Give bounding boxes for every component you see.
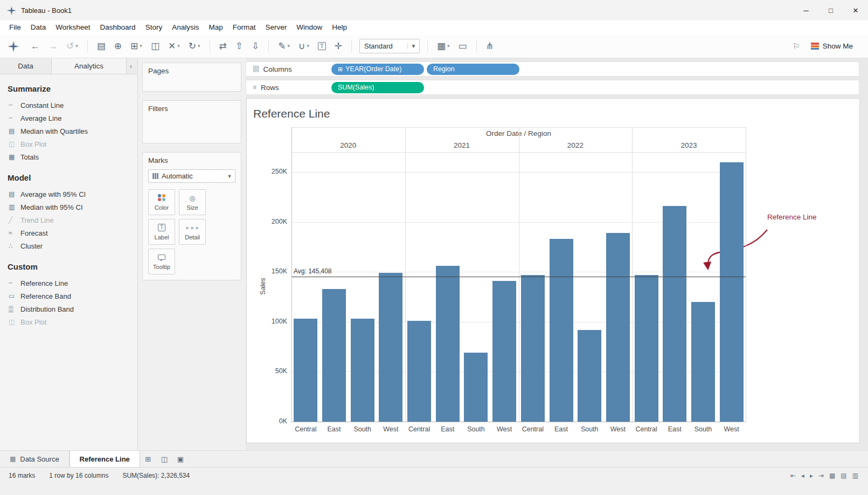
bar-2020-east[interactable] xyxy=(322,289,346,422)
run-update-icon[interactable]: ↻▾ xyxy=(185,39,204,53)
x-label-2020-east[interactable]: East xyxy=(320,425,349,433)
menu-map[interactable]: Map xyxy=(204,20,227,35)
rows-shelf[interactable]: ≡ Rows SUM(Sales) xyxy=(246,80,859,95)
year-header-2021[interactable]: 2021 xyxy=(405,141,519,149)
analytics-item-average-line[interactable]: ┄Average Line xyxy=(0,112,137,125)
menu-server[interactable]: Server xyxy=(260,20,291,35)
x-label-2020-south[interactable]: South xyxy=(348,425,377,433)
marks-button-tooltip[interactable]: Tooltip xyxy=(148,249,175,274)
x-label-2021-south[interactable]: South xyxy=(462,425,490,433)
sheet-title[interactable]: Reference Line xyxy=(253,107,330,120)
show-tabs-icon[interactable]: ▥ xyxy=(852,472,858,479)
reference-line-label[interactable]: Avg: 145,408 xyxy=(294,267,332,275)
analytics-item-cluster[interactable]: ∴Cluster xyxy=(0,239,137,252)
bar-2021-central[interactable] xyxy=(407,321,431,422)
menu-analysis[interactable]: Analysis xyxy=(167,20,204,35)
minimize-button[interactable]: ─ xyxy=(794,0,818,20)
sort-ascending-icon[interactable]: ⇧ xyxy=(232,39,247,53)
bar-2023-central[interactable] xyxy=(635,275,658,422)
x-label-2022-east[interactable]: East xyxy=(547,425,575,433)
analytics-item-median-with-quartiles[interactable]: ▤Median with Quartiles xyxy=(0,125,137,138)
clear-sheet-icon[interactable]: ✕▾ xyxy=(164,39,184,53)
analytics-item-distribution-band[interactable]: ▒Distribution Band xyxy=(0,302,137,315)
group-members-icon[interactable]: ∪▾ xyxy=(295,39,313,53)
bar-2022-central[interactable] xyxy=(521,275,545,422)
analytics-item-average-with-95-ci[interactable]: ▤Average with 95% CI xyxy=(0,188,137,201)
year-header-2020[interactable]: 2020 xyxy=(291,141,405,149)
x-label-2022-south[interactable]: South xyxy=(575,425,604,433)
undo-icon[interactable]: ← xyxy=(27,39,44,53)
analytics-item-reference-band[interactable]: ▭Reference Band xyxy=(0,290,137,302)
x-label-2023-central[interactable]: Central xyxy=(632,425,661,433)
x-label-2021-east[interactable]: East xyxy=(433,425,462,433)
x-label-2021-central[interactable]: Central xyxy=(405,425,434,433)
highlight-icon[interactable]: ✎▾ xyxy=(274,39,294,53)
analytics-item-constant-line[interactable]: ┄Constant Line xyxy=(0,99,137,112)
menu-help[interactable]: Help xyxy=(327,20,352,35)
bar-2021-west[interactable] xyxy=(492,281,516,422)
show-mark-labels-icon[interactable]: T xyxy=(314,40,330,52)
x-label-2022-central[interactable]: Central xyxy=(519,425,547,433)
show-cards-icon[interactable]: ▦▾ xyxy=(433,39,454,53)
x-label-2023-west[interactable]: West xyxy=(717,425,746,433)
bar-2023-west[interactable] xyxy=(720,162,744,422)
x-label-2020-central[interactable]: Central xyxy=(291,425,320,433)
new-data-source-icon[interactable]: ⊕ xyxy=(110,39,126,53)
marks-button-color[interactable]: Color xyxy=(148,189,175,215)
next-sheet-icon[interactable]: ▸ xyxy=(810,472,813,479)
pill-region[interactable]: Region xyxy=(427,64,519,75)
sheet-sorter-icon[interactable]: ▦ xyxy=(829,472,835,479)
tooltip-flag-icon[interactable]: ⚐ xyxy=(793,42,800,51)
bar-2022-south[interactable] xyxy=(578,330,601,422)
bar-2023-east[interactable] xyxy=(663,206,686,422)
year-header-2023[interactable]: 2023 xyxy=(632,141,746,149)
filmstrip-icon[interactable]: ▤ xyxy=(841,472,846,479)
marks-button-size[interactable]: ◎Size xyxy=(179,189,206,215)
swap-axes-icon[interactable]: ⇄ xyxy=(216,39,231,53)
reference-line[interactable] xyxy=(291,277,746,277)
tab-data-source[interactable]: ▦ Data Source xyxy=(0,451,70,467)
x-label-2022-west[interactable]: West xyxy=(604,425,633,433)
share-icon[interactable]: ⋔ xyxy=(482,39,497,53)
bar-2022-east[interactable] xyxy=(550,239,573,422)
year-header-2022[interactable]: 2022 xyxy=(519,141,633,149)
view-mode-select[interactable]: Standard▼ xyxy=(359,39,420,53)
annotation-text[interactable]: Reference Line xyxy=(767,213,817,221)
tab-data[interactable]: Data xyxy=(0,58,51,74)
analytics-item-median-with-95-ci[interactable]: ▥Median with 95% CI xyxy=(0,201,137,214)
new-dashboard-tab-icon[interactable]: ◫ xyxy=(156,451,172,467)
duplicate-icon[interactable]: ◫ xyxy=(147,39,163,53)
columns-shelf[interactable]: ⫿⫿⫿ Columns ⊞YEAR(Order Date)Region xyxy=(246,61,859,77)
prev-sheet-icon[interactable]: ◂ xyxy=(801,472,804,479)
menu-format[interactable]: Format xyxy=(228,20,261,35)
pill-sum-sales-[interactable]: SUM(Sales) xyxy=(331,82,424,93)
analytics-item-totals[interactable]: ▦Totals xyxy=(0,150,137,163)
x-label-2020-west[interactable]: West xyxy=(377,425,405,433)
show-me-button[interactable]: Show Me xyxy=(811,42,853,50)
menu-file[interactable]: File xyxy=(4,20,26,35)
bar-2020-central[interactable] xyxy=(294,319,317,422)
presentation-mode-icon[interactable]: ▭ xyxy=(455,39,471,53)
x-label-2021-west[interactable]: West xyxy=(490,425,519,433)
filters-shelf[interactable]: Filters xyxy=(142,100,241,143)
last-sheet-icon[interactable]: ⇥ xyxy=(818,472,824,479)
menu-worksheet[interactable]: Worksheet xyxy=(51,20,95,35)
pages-shelf[interactable]: Pages xyxy=(142,63,241,92)
tab-reference-line[interactable]: Reference Line xyxy=(70,451,140,467)
menu-data[interactable]: Data xyxy=(26,20,51,35)
maximize-button[interactable]: □ xyxy=(818,0,843,20)
marks-button-label[interactable]: TLabel xyxy=(148,219,175,245)
menu-window[interactable]: Window xyxy=(291,20,327,35)
bar-2021-south[interactable] xyxy=(464,353,488,422)
new-worksheet-icon[interactable]: ⊞▾ xyxy=(127,39,146,53)
close-button[interactable]: ✕ xyxy=(843,0,868,20)
analytics-item-reference-line[interactable]: ┄Reference Line xyxy=(0,277,137,290)
analytics-item-forecast[interactable]: ≈Forecast xyxy=(0,226,137,239)
tab-analytics[interactable]: Analytics xyxy=(51,58,127,74)
x-label-2023-east[interactable]: East xyxy=(661,425,689,433)
bar-2021-east[interactable] xyxy=(436,266,460,422)
menu-story[interactable]: Story xyxy=(141,20,168,35)
menu-dashboard[interactable]: Dashboard xyxy=(95,20,141,35)
x-label-2023-south[interactable]: South xyxy=(689,425,718,433)
tableau-logo-icon[interactable] xyxy=(9,42,18,51)
